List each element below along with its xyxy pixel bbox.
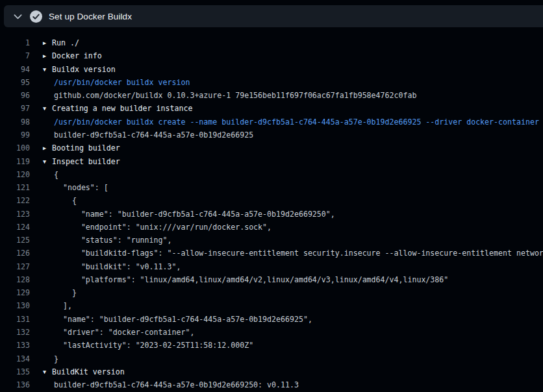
log-command-text: /usr/bin/docker buildx create --name bui…: [43, 117, 539, 127]
log-group-toggle[interactable]: ▼Creating a new builder instance: [43, 104, 192, 113]
log-output-text: }: [43, 354, 58, 363]
line-number[interactable]: 133: [0, 341, 30, 350]
line-number[interactable]: 129: [0, 288, 30, 297]
log-line: 135 ▼BuildKit version: [0, 365, 543, 378]
log-output-text: "name": "builder-d9cfb5a1-c764-445a-a57e…: [43, 315, 312, 324]
line-number[interactable]: 94: [0, 65, 30, 74]
line-number[interactable]: 134: [0, 354, 30, 363]
log-line: 122 {: [0, 194, 543, 207]
log-group-toggle[interactable]: ▼Inspect builder: [43, 157, 120, 166]
triangle-expanded-icon: ▼: [43, 369, 52, 375]
step-header[interactable]: Set up Docker Buildx: [4, 5, 543, 27]
log-output-text: "buildkitd-flags": "--allow-insecure-ent…: [43, 249, 543, 258]
log-line: 94 ▼Buildx version: [0, 63, 543, 76]
log-line: 119 ▼Inspect builder: [0, 154, 543, 167]
log-command-text: /usr/bin/docker buildx version: [43, 78, 190, 87]
line-number[interactable]: 136: [0, 380, 30, 389]
triangle-expanded-icon: ▼: [43, 66, 52, 73]
log-line: 133 "lastActivity": "2023-02-25T11:58:12…: [0, 339, 543, 352]
log-line: 98 /usr/bin/docker buildx create --name …: [0, 116, 543, 129]
triangle-collapsed-icon: ▶: [43, 53, 52, 59]
log-output-text: "status": "running",: [43, 236, 171, 245]
log-output-text: ],: [43, 301, 72, 310]
line-number[interactable]: 98: [0, 117, 30, 127]
line-number[interactable]: 124: [0, 223, 30, 232]
log-group-toggle[interactable]: ▶Run ./: [43, 38, 79, 47]
log-group-toggle[interactable]: ▼Buildx version: [43, 65, 116, 74]
line-number[interactable]: 100: [0, 143, 30, 153]
line-number[interactable]: 135: [0, 367, 30, 376]
log-line: 131 "name": "builder-d9cfb5a1-c764-445a-…: [0, 313, 543, 326]
log-line: 121 "nodes": [: [0, 181, 543, 194]
line-number[interactable]: 130: [0, 301, 30, 310]
line-number[interactable]: 119: [0, 157, 30, 166]
log-output-text: {: [43, 196, 77, 205]
log-output-text: "buildkit": "v0.11.3",: [43, 262, 181, 271]
log-line: 128 "platforms": "linux/amd64,linux/amd6…: [0, 273, 543, 286]
log-output-text: "name": "builder-d9cfb5a1-c764-445a-a57e…: [43, 210, 335, 219]
step-title: Set up Docker Buildx: [49, 12, 132, 21]
line-number[interactable]: 122: [0, 196, 30, 205]
log-line: 136 builder-d9cfb5a1-c764-445a-a57e-0b19…: [0, 378, 543, 391]
log-line: 123 "name": "builder-d9cfb5a1-c764-445a-…: [0, 207, 543, 220]
log-group-toggle[interactable]: ▶Booting builder: [43, 143, 120, 153]
log-output-text: builder-d9cfb5a1-c764-445a-a57e-0b19d2e6…: [43, 130, 253, 140]
log-line: 100 ▶Booting builder: [0, 141, 543, 154]
line-number[interactable]: 95: [0, 78, 30, 87]
triangle-collapsed-icon: ▶: [43, 40, 52, 46]
line-number[interactable]: 121: [0, 183, 30, 192]
line-number[interactable]: 99: [0, 130, 30, 140]
triangle-expanded-icon: ▼: [43, 158, 52, 165]
triangle-expanded-icon: ▼: [43, 105, 52, 112]
log-line: 134 }: [0, 352, 543, 365]
log-line: 95 /usr/bin/docker buildx version: [0, 76, 543, 89]
log-output-text: "nodes": [: [43, 183, 108, 192]
line-number[interactable]: 1: [0, 38, 30, 47]
line-number[interactable]: 126: [0, 249, 30, 258]
log-line: 97 ▼Creating a new builder instance: [0, 102, 543, 115]
log-line: 124 "endpoint": "unix:///var/run/docker.…: [0, 221, 543, 234]
line-number[interactable]: 7: [0, 51, 30, 60]
log-line: 132 "driver": "docker-container",: [0, 326, 543, 339]
log-area: 1 ▶Run ./ 7 ▶Docker info 94 ▼Buildx vers…: [0, 36, 543, 391]
log-line: 7 ▶Docker info: [0, 49, 543, 62]
log-line: 125 "status": "running",: [0, 234, 543, 247]
log-output-text: {: [43, 170, 58, 179]
log-line: 126 "buildkitd-flags": "--allow-insecure…: [0, 247, 543, 260]
log-output-text: "platforms": "linux/amd64,linux/amd64/v2…: [43, 275, 448, 284]
log-line: 129 }: [0, 286, 543, 299]
log-output-text: builder-d9cfb5a1-c764-445a-a57e-0b19d2e6…: [43, 380, 299, 389]
log-group-toggle[interactable]: ▼BuildKit version: [43, 367, 125, 376]
chevron-down-icon[interactable]: [12, 11, 23, 22]
line-number[interactable]: 128: [0, 275, 30, 284]
line-number[interactable]: 120: [0, 170, 30, 179]
log-line: 96 github.com/docker/buildx 0.10.3+azure…: [0, 89, 543, 102]
log-line: 130 ],: [0, 299, 543, 312]
line-number[interactable]: 127: [0, 262, 30, 271]
log-line: 1 ▶Run ./: [0, 36, 543, 49]
line-number[interactable]: 96: [0, 91, 30, 100]
log-output-text: github.com/docker/buildx 0.10.3+azure-1 …: [43, 91, 416, 100]
log-line: 120 {: [0, 168, 543, 181]
log-output-text: "lastActivity": "2023-02-25T11:58:12.000…: [43, 341, 253, 350]
triangle-collapsed-icon: ▶: [43, 145, 52, 151]
log-line: 99 builder-d9cfb5a1-c764-445a-a57e-0b19d…: [0, 129, 543, 141]
line-number[interactable]: 97: [0, 104, 30, 113]
line-number[interactable]: 123: [0, 210, 30, 219]
line-number[interactable]: 132: [0, 328, 30, 337]
line-number[interactable]: 125: [0, 236, 30, 245]
log-output-text: "driver": "docker-container",: [43, 328, 194, 337]
log-output-text: }: [43, 288, 77, 297]
check-circle-icon: [30, 10, 42, 23]
line-number[interactable]: 131: [0, 315, 30, 324]
log-output-text: "endpoint": "unix:///var/run/docker.sock…: [43, 223, 272, 232]
log-group-toggle[interactable]: ▶Docker info: [43, 51, 102, 60]
log-line: 127 "buildkit": "v0.11.3",: [0, 260, 543, 273]
